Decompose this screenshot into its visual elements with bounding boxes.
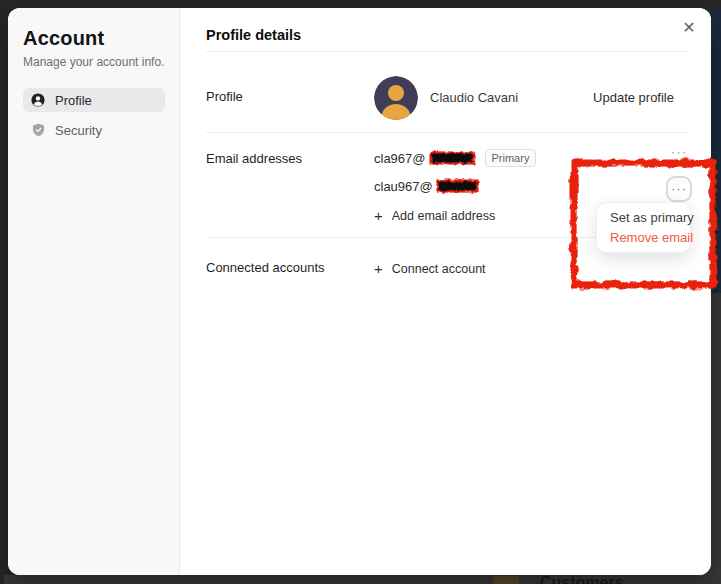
add-email-button[interactable]: + Add email address: [370, 205, 499, 227]
sidebar-item-profile[interactable]: Profile: [23, 88, 165, 112]
connect-account-button[interactable]: + Connect account: [370, 258, 490, 280]
close-icon[interactable]: ✕: [678, 17, 700, 39]
ellipsis-icon: ···: [671, 181, 687, 196]
sidebar: Account Manage your account info. Profil…: [8, 8, 180, 575]
account-modal: Account Manage your account info. Profil…: [8, 8, 711, 575]
email-options-icon[interactable]: ···: [664, 146, 694, 158]
menu-item-remove-email[interactable]: Remove email: [597, 228, 690, 248]
panel-title: Profile details: [206, 27, 301, 43]
update-profile-button[interactable]: Update profile: [591, 88, 676, 107]
screen: Customers Account Manage your account in…: [0, 0, 721, 584]
sidebar-item-label: Profile: [55, 93, 92, 108]
connected-row-label: Connected accounts: [206, 260, 325, 275]
account-title: Account: [23, 26, 169, 50]
email-row-primary: cla967@ Primary: [374, 149, 536, 167]
divider: [206, 51, 689, 52]
redaction-scribble: [427, 149, 477, 167]
user-name: Claudio Cavani: [430, 90, 518, 105]
customers-icon: [493, 576, 519, 584]
primary-badge: Primary: [485, 149, 537, 167]
sidebar-item-security[interactable]: Security: [23, 118, 165, 142]
redaction-scribble: [434, 177, 481, 195]
profile-row-label: Profile: [206, 89, 243, 104]
profile-details-panel: ✕ Profile details Profile Claudio Cavani…: [180, 8, 711, 575]
background-bottom-bar: Customers: [4, 575, 721, 584]
menu-item-set-primary[interactable]: Set as primary: [597, 208, 690, 228]
email-address: cla967@: [374, 151, 426, 166]
email-row-secondary: clau967@: [374, 177, 481, 195]
sidebar-item-label: Security: [55, 123, 102, 138]
plus-icon: +: [374, 262, 383, 276]
plus-icon: +: [374, 209, 383, 223]
email-options-menu: Set as primary Remove email: [596, 202, 691, 253]
connect-account-label: Connect account: [392, 262, 486, 276]
email-row-label: Email addresses: [206, 151, 302, 166]
avatar: [374, 76, 418, 120]
email-address: clau967@: [374, 179, 433, 194]
customers-label: Customers: [540, 575, 624, 584]
account-subtitle: Manage your account info.: [23, 55, 169, 69]
email-options-button-active[interactable]: ···: [666, 176, 692, 202]
add-email-label: Add email address: [392, 209, 496, 223]
user-circle-icon: [31, 93, 45, 107]
sidebar-nav: Profile Security: [23, 88, 169, 142]
shield-icon: [31, 123, 45, 137]
divider: [206, 132, 689, 133]
